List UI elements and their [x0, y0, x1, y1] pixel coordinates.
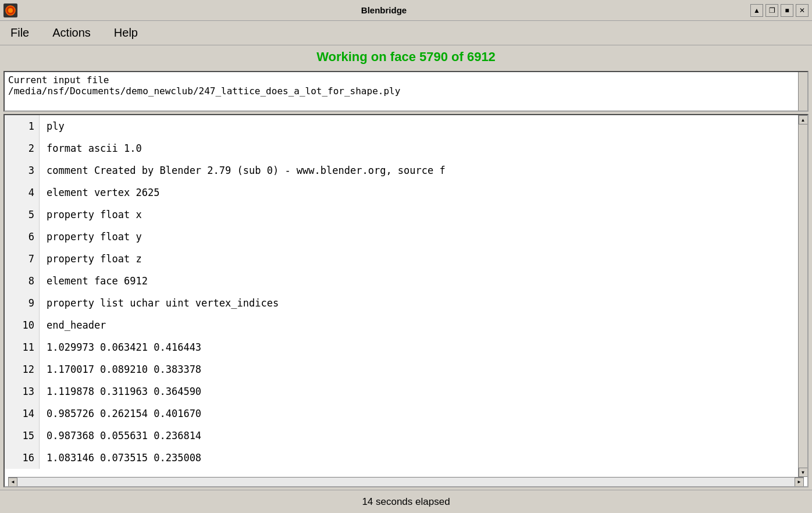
input-file-line1: Current input file [8, 74, 804, 86]
line-content: format ascii 1.0 [40, 137, 142, 159]
close-button[interactable]: ✕ [796, 4, 809, 17]
input-file-line2: /media/nsf/Documents/demo_newclub/247_la… [8, 86, 804, 97]
line-number: 11 [5, 336, 40, 358]
line-content: property float x [40, 204, 142, 226]
window-controls[interactable]: ▲ ❐ ■ ✕ [750, 4, 809, 17]
footer: 14 seconds elapsed [0, 490, 812, 513]
line-content: property float y [40, 226, 142, 248]
line-number: 7 [5, 248, 40, 270]
elapsed-text: 14 seconds elapsed [362, 496, 450, 508]
line-number: 4 [5, 181, 40, 204]
line-number: 2 [5, 137, 40, 159]
table-row: 6property float y [5, 226, 798, 248]
line-content: property float z [40, 248, 142, 270]
line-number: 12 [5, 358, 40, 380]
svg-point-1 [8, 8, 13, 13]
restore-button[interactable]: ❐ [765, 4, 778, 17]
line-content: element face 6912 [40, 270, 148, 292]
app-icon [3, 3, 17, 17]
line-content: 1.119878 0.311963 0.364590 [40, 380, 201, 402]
menu-actions[interactable]: Actions [47, 24, 97, 42]
table-row: 131.119878 0.311963 0.364590 [5, 380, 798, 402]
line-content: 1.170017 0.089210 0.383378 [40, 358, 201, 380]
table-row: 8element face 6912 [5, 270, 798, 292]
table-row: 4element vertex 2625 [5, 181, 798, 204]
line-content: 0.985726 0.262154 0.401670 [40, 402, 201, 425]
table-row: 9property list uchar uint vertex_indices [5, 292, 798, 314]
line-content: comment Created by Blender 2.79 (sub 0) … [40, 159, 446, 181]
line-content: element vertex 2625 [40, 181, 159, 204]
table-row: 161.083146 0.073515 0.235008 [5, 447, 798, 469]
title-bar-left [3, 3, 17, 17]
input-file-text: Current input file /media/nsf/Documents/… [5, 72, 807, 99]
scroll-up-button[interactable]: ▲ [799, 115, 808, 124]
table-row: 3comment Created by Blender 2.79 (sub 0)… [5, 159, 798, 181]
table-row: 111.029973 0.063421 0.416443 [5, 336, 798, 358]
table-row: 7property float z [5, 248, 798, 270]
status-bar: Working on face 5790 of 6912 [0, 45, 812, 69]
menu-bar: File Actions Help [0, 21, 812, 45]
line-number: 16 [5, 447, 40, 469]
line-number: 8 [5, 270, 40, 292]
line-content: end_header [40, 314, 106, 336]
line-content: ply [40, 115, 65, 137]
table-row: 1ply [5, 115, 798, 137]
code-right-scrollbar[interactable]: ▲ ▼ [798, 115, 807, 477]
table-row: 2format ascii 1.0 [5, 137, 798, 159]
table-row: 150.987368 0.055631 0.236814 [5, 425, 798, 447]
code-scroll-container: 1ply2format ascii 1.03comment Created by… [5, 115, 807, 477]
scroll-right-button[interactable]: ► [795, 478, 804, 487]
table-row: 5property float x [5, 204, 798, 226]
working-status: Working on face 5790 of 6912 [316, 49, 496, 65]
table-row: 10end_header [5, 314, 798, 336]
code-content: 1ply2format ascii 1.03comment Created by… [5, 115, 798, 477]
line-content: 1.083146 0.073515 0.235008 [40, 447, 201, 469]
line-number: 15 [5, 425, 40, 447]
minimize-button[interactable]: ▲ [750, 4, 763, 17]
line-number: 5 [5, 204, 40, 226]
line-number: 10 [5, 314, 40, 336]
line-number: 14 [5, 402, 40, 425]
line-content: 0.987368 0.055631 0.236814 [40, 425, 201, 447]
bottom-scrollbar[interactable]: ◄ ► [8, 477, 804, 486]
line-number: 9 [5, 292, 40, 314]
code-area: 1ply2format ascii 1.03comment Created by… [3, 114, 809, 487]
menu-file[interactable]: File [5, 24, 35, 42]
window-title: Blenbridge [17, 5, 750, 15]
scroll-left-button[interactable]: ◄ [8, 478, 17, 487]
table-row: 121.170017 0.089210 0.383378 [5, 358, 798, 380]
line-number: 13 [5, 380, 40, 402]
scroll-h-track[interactable] [17, 478, 795, 487]
line-number: 3 [5, 159, 40, 181]
line-content: 1.029973 0.063421 0.416443 [40, 336, 201, 358]
line-number: 1 [5, 115, 40, 137]
table-row: 140.985726 0.262154 0.401670 [5, 402, 798, 425]
maximize-button[interactable]: ■ [781, 4, 793, 17]
input-file-scrollbar[interactable] [798, 72, 807, 111]
menu-help[interactable]: Help [108, 24, 144, 42]
scroll-down-button[interactable]: ▼ [799, 468, 808, 477]
line-content: property list uchar uint vertex_indices [40, 292, 279, 314]
line-number: 6 [5, 226, 40, 248]
input-file-area[interactable]: Current input file /media/nsf/Documents/… [3, 71, 809, 112]
title-bar: Blenbridge ▲ ❐ ■ ✕ [0, 0, 812, 21]
